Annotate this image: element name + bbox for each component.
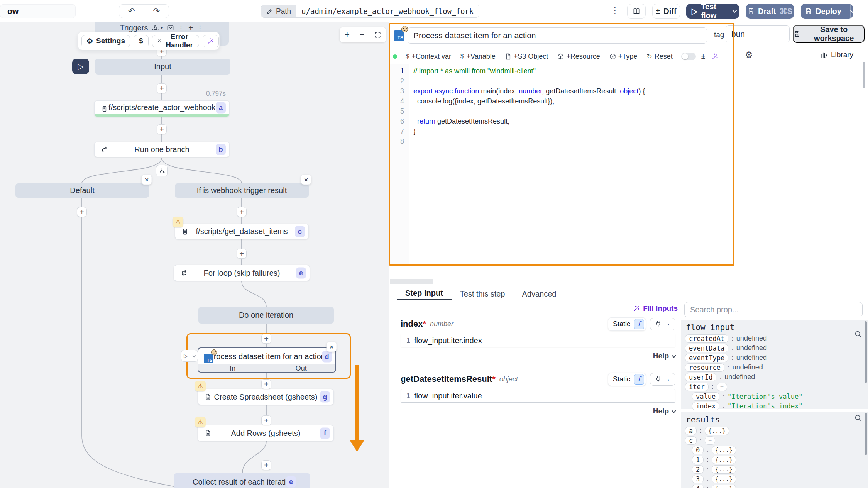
insert-step-button[interactable]: + — [157, 124, 167, 134]
editor-hscrollbar[interactable] — [390, 279, 433, 284]
insert-step-button[interactable]: + — [261, 460, 271, 470]
docs-button[interactable] — [627, 4, 646, 19]
more-menu-icon[interactable]: ⋮ — [611, 5, 619, 16]
error-handler-button[interactable]: Error Handler — [152, 35, 200, 47]
editor-scrollbar[interactable] — [863, 62, 865, 88]
add-resource-button[interactable]: +Resource — [557, 53, 600, 61]
search-icon[interactable] — [854, 330, 863, 339]
prop-key[interactable]: index — [692, 402, 719, 410]
webhook-icon[interactable] — [152, 24, 159, 32]
prop-key[interactable]: userId — [685, 373, 716, 381]
prop-key[interactable]: 3 — [692, 475, 704, 483]
deploy-button[interactable]: Deploy — [801, 4, 853, 19]
flow-node-create-webhook[interactable]: f/scripts/create_actor_webhook a — [94, 100, 230, 117]
static-toggle[interactable]: Static f — [608, 317, 646, 331]
tab-advanced[interactable]: Advanced — [513, 288, 565, 300]
insert-step-button[interactable]: + — [261, 334, 271, 344]
delete-step-button[interactable]: × — [327, 342, 337, 352]
add-type-button[interactable]: +Type — [609, 53, 638, 61]
flow-branch-if-webhook[interactable]: If is webhook trigger result — [175, 183, 309, 198]
scrollbar[interactable] — [865, 413, 867, 455]
prop-key[interactable]: c — [685, 436, 697, 445]
fill-inputs-button[interactable]: Fill inputs — [389, 304, 678, 313]
settings-button[interactable]: ⚙Settings — [81, 35, 130, 47]
add-context-var-button[interactable]: $+Context var — [406, 53, 451, 61]
tab-step-input[interactable]: Step Input — [397, 288, 452, 300]
deploy-dropdown[interactable] — [850, 4, 854, 19]
prop-key[interactable]: iter — [685, 383, 709, 391]
flow-node-input[interactable]: Input — [95, 59, 230, 75]
plus-minus-icon[interactable]: ± — [701, 52, 705, 61]
add-s3-object-button[interactable]: +S3 Object — [505, 53, 548, 61]
redo-button[interactable]: ↷ — [144, 5, 169, 18]
prop-value[interactable]: − — [717, 383, 727, 391]
variables-button[interactable]: $ — [134, 35, 149, 47]
flow-name-chip[interactable]: ow — [0, 4, 76, 18]
step-title-input[interactable] — [408, 27, 707, 44]
fit-view-button[interactable] — [374, 32, 381, 38]
path-breadcrumb[interactable]: Path u/admin/example_actor_webhook_flow_… — [261, 5, 479, 18]
prop-key[interactable]: 2 — [692, 465, 704, 474]
prop-key[interactable]: 1 — [692, 456, 704, 464]
insert-step-button[interactable]: + — [157, 83, 167, 93]
flow-node-run-one-branch[interactable]: Run one branch b — [94, 142, 230, 157]
function-mode-icon[interactable]: f — [634, 319, 644, 329]
static-toggle[interactable]: Static f — [608, 373, 646, 386]
node-out-tab[interactable]: Out — [267, 364, 336, 372]
flow-node-for-loop[interactable]: For loop (skip failures) e — [174, 265, 310, 281]
draft-button[interactable]: Draft ⌘S — [746, 4, 794, 19]
magic-wand-icon[interactable] — [711, 53, 719, 60]
prop-key[interactable]: 4 — [692, 485, 704, 488]
reset-button[interactable]: ↻Reset — [646, 53, 672, 61]
library-button[interactable]: Library — [821, 51, 853, 59]
search-icon[interactable] — [854, 414, 863, 422]
connect-button[interactable]: → — [650, 373, 675, 386]
add-trigger-button[interactable]: + — [188, 23, 193, 32]
add-variable-button[interactable]: $+Variable — [460, 53, 496, 61]
test-flow-button[interactable]: ▷Test flow — [686, 4, 739, 19]
delete-branch-button[interactable]: × — [142, 175, 152, 185]
run-flow-button[interactable]: ▷ — [72, 59, 89, 74]
diff-button[interactable]: ±Diff — [652, 4, 680, 19]
gear-icon[interactable]: ⚙ — [745, 50, 753, 60]
flow-node-do-one-iteration[interactable]: Do one iteration — [198, 307, 334, 324]
zoom-in-button[interactable]: + — [345, 30, 350, 40]
flow-node-get-dataset-items[interactable]: f/scripts/get_dataset_items c — [175, 224, 309, 239]
prop-value[interactable]: {...} — [712, 465, 736, 474]
expression-input[interactable]: 1 flow_input.iter.value — [401, 389, 675, 403]
flow-node-process-item[interactable]: TS Process dataset item for an action d … — [198, 347, 336, 373]
insert-step-button[interactable]: + — [261, 415, 271, 425]
zoom-out-button[interactable]: − — [359, 30, 364, 40]
search-prop-input[interactable] — [684, 302, 863, 317]
flow-node-add-rows[interactable]: Add Rows (gsheets) f — [198, 425, 334, 441]
scrollbar[interactable] — [865, 321, 867, 383]
prop-key[interactable]: 0 — [692, 446, 704, 454]
prop-key[interactable]: resource — [685, 363, 724, 372]
tag-input[interactable] — [726, 25, 790, 42]
prop-value[interactable]: {...} — [705, 427, 729, 435]
branch-split-icon[interactable] — [156, 165, 168, 176]
test-flow-dropdown[interactable] — [730, 4, 739, 19]
flow-node-create-spreadsheet[interactable]: Create Spreadsheet (gsheets) g — [198, 389, 334, 405]
code-content[interactable]: // import * as wmill from "windmill-clie… — [409, 64, 645, 264]
mail-icon[interactable] — [167, 24, 174, 32]
insert-step-button[interactable]: + — [237, 207, 247, 217]
flow-node-collect-result[interactable]: Collect result of each iteration e — [174, 473, 310, 488]
prop-key[interactable]: eventType — [685, 354, 728, 362]
function-mode-icon[interactable]: f — [634, 374, 644, 385]
ai-assistant-button[interactable] — [203, 35, 219, 47]
prop-key[interactable]: eventData — [685, 344, 728, 352]
insert-step-button[interactable]: + — [261, 379, 271, 389]
run-step-button[interactable]: ▷ — [181, 350, 198, 362]
prop-value[interactable]: {...} — [712, 485, 736, 488]
flow-canvas[interactable]: Triggers ▾ ⋮ + ⋮ ⚙Settings $ Error Handl… — [0, 22, 389, 488]
prop-value[interactable]: − — [705, 436, 715, 445]
node-in-tab[interactable]: In — [198, 364, 267, 372]
delete-branch-button[interactable]: × — [301, 175, 311, 185]
prop-key[interactable]: createdAt — [685, 334, 728, 343]
flow-branch-default[interactable]: Default — [15, 183, 149, 198]
undo-button[interactable]: ↶ — [119, 5, 144, 18]
prop-value[interactable]: {...} — [712, 456, 736, 464]
code-editor[interactable]: 12345678 // import * as wmill from "wind… — [390, 64, 733, 264]
prop-key[interactable]: a — [685, 427, 697, 435]
